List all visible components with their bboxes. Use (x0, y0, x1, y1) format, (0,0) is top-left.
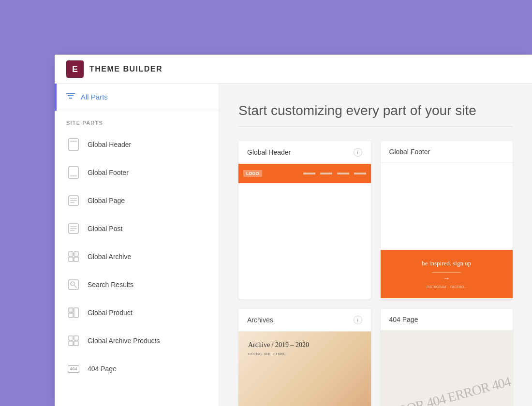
sidebar-item-label: Global Post (88, 225, 122, 232)
svg-rect-5 (69, 167, 78, 178)
archive-preview: Archive / 2019 – 2020 BRING ME HOME (238, 332, 371, 406)
card-title: Global Header (247, 148, 291, 156)
nav-item (337, 173, 349, 174)
divider (238, 126, 513, 127)
sidebar-item-global-page[interactable]: Global Page (55, 187, 219, 215)
svg-rect-24 (69, 313, 73, 318)
page-title: Start customizing every part of your sit… (238, 103, 513, 118)
preview-content (381, 163, 513, 250)
sidebar-item-global-header[interactable]: Global Header (55, 130, 219, 159)
sidebar-item-global-archive[interactable]: Global Archive (55, 243, 219, 271)
preview-nav (303, 173, 366, 174)
card-preview: ERROR 404 ERROR 404 (381, 331, 513, 406)
footer-preview: be inspired. sign up → INSTAGRAM FACEBO.… (381, 163, 513, 298)
card-title: 404 Page (389, 316, 418, 323)
sidebar-item-global-product[interactable]: Global Product (55, 299, 219, 327)
card-title: Global Footer (389, 148, 430, 156)
card-global-footer: Global Footer be inspired. sign up → INS… (381, 141, 513, 299)
card-archives: Archives i Archive / 2019 – 2020 BRING M… (238, 309, 371, 406)
svg-rect-25 (69, 336, 73, 340)
svg-line-21 (74, 286, 76, 288)
site-parts-heading: SITE PARTS (55, 110, 219, 130)
lines-icon (66, 193, 81, 208)
content-area: All Parts SITE PARTS Global Header (55, 84, 532, 406)
archive-icon (66, 249, 81, 264)
sidebar-item-label: Global Footer (88, 169, 129, 176)
svg-rect-23 (74, 308, 78, 318)
sidebar-item-search-results[interactable]: Search Results (55, 271, 219, 299)
app-title: THEME BUILDER (89, 65, 163, 73)
sidebar-item-label: Search Results (88, 281, 133, 289)
post-icon (66, 221, 81, 236)
sidebar-item-global-post[interactable]: Global Post (55, 215, 219, 243)
footer-links: INSTAGRAM FACEBO... (427, 285, 467, 289)
card-preview: LOGO (238, 164, 371, 299)
active-indicator (55, 84, 57, 111)
sidebar-item-label: Global Product (88, 309, 133, 317)
svg-rect-15 (69, 252, 73, 256)
filter-icon (66, 92, 75, 101)
preview-header-bar: LOGO (238, 164, 371, 183)
card-404: 404 Page ERROR 404 ERROR 404 (381, 309, 513, 406)
nav-item (320, 173, 332, 174)
sidebar-item-label: Global Header (88, 141, 131, 148)
sidebar-item-global-archive-products[interactable]: Global Archive Products (55, 327, 219, 355)
product-icon (66, 305, 81, 320)
all-parts-label: All Parts (81, 93, 108, 101)
card-header: Global Header i (238, 141, 371, 164)
footer-link: INSTAGRAM (427, 285, 446, 289)
preview-logo: LOGO (243, 170, 262, 177)
nav-item (354, 173, 366, 174)
page-icon (66, 165, 81, 180)
svg-rect-28 (74, 341, 78, 346)
header-bar: E THEME BUILDER (55, 55, 532, 84)
card-preview: be inspired. sign up → INSTAGRAM FACEBO.… (381, 163, 513, 298)
archive-products-icon (66, 334, 81, 348)
card-global-header: Global Header i LOGO (238, 141, 371, 299)
page-icon (66, 137, 81, 152)
main-container: E THEME BUILDER All Parts SITE PART (55, 55, 532, 406)
header-preview: LOGO (238, 164, 371, 299)
card-header: Archives i (238, 309, 371, 332)
sidebar-item-label: 404 Page (88, 365, 117, 373)
sidebar-item-all-parts[interactable]: All Parts (55, 84, 219, 110)
info-icon[interactable]: i (354, 316, 362, 324)
footer-arrow: → (443, 275, 450, 282)
card-header: Global Footer (381, 141, 513, 163)
404-preview: ERROR 404 ERROR 404 (381, 331, 513, 406)
svg-rect-18 (74, 257, 78, 261)
footer-link: FACEBO... (450, 285, 467, 289)
footer-text: be inspired. sign up (422, 260, 471, 267)
card-preview: Archive / 2019 – 2020 BRING ME HOME (238, 332, 371, 406)
sidebar-item-label: Global Archive (88, 253, 131, 261)
svg-rect-19 (69, 280, 78, 290)
svg-rect-3 (69, 139, 78, 150)
elementor-logo-icon: E (72, 65, 78, 73)
cards-grid: Global Header i LOGO (238, 141, 513, 406)
main-content: Start customizing every part of your sit… (219, 84, 532, 406)
search-icon (66, 277, 81, 292)
svg-rect-22 (69, 308, 73, 312)
svg-rect-26 (74, 336, 78, 340)
nav-item (303, 173, 315, 174)
preview-content (238, 183, 371, 299)
logo-box: E (66, 60, 84, 78)
sidebar-item-label: Global Archive Products (88, 337, 160, 345)
info-icon[interactable]: i (354, 148, 362, 157)
preview-footer-bar: be inspired. sign up → INSTAGRAM FACEBO.… (381, 250, 513, 298)
sidebar-item-label: Global Page (88, 197, 125, 204)
archive-subtitle: BRING ME HOME (248, 352, 361, 356)
card-title: Archives (247, 316, 273, 324)
archive-title: Archive / 2019 – 2020 (248, 341, 361, 349)
404-icon: 404 (66, 362, 81, 376)
sidebar-item-global-footer[interactable]: Global Footer (55, 159, 219, 187)
sidebar-item-404-page[interactable]: 404 404 Page (55, 355, 219, 383)
card-header: 404 Page (381, 309, 513, 331)
404-text: ERROR 404 ERROR 404 (381, 374, 512, 406)
footer-divider (432, 272, 461, 273)
svg-rect-16 (74, 252, 78, 256)
svg-rect-27 (69, 341, 73, 346)
svg-rect-17 (69, 257, 73, 261)
sidebar: All Parts SITE PARTS Global Header (55, 84, 219, 406)
svg-point-20 (71, 282, 74, 286)
